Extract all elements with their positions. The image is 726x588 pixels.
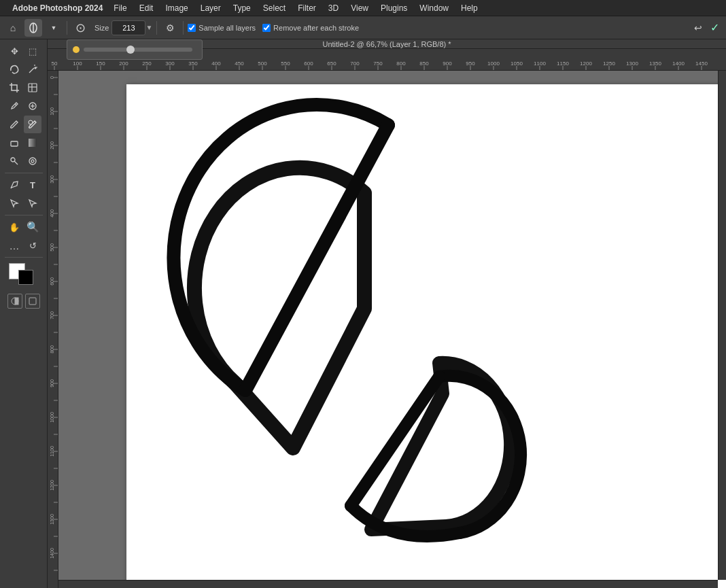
- brush-size-popup: [67, 39, 203, 60]
- menu-image[interactable]: Image: [160, 2, 193, 14]
- dodge-tool-button[interactable]: [5, 152, 23, 170]
- svg-line-9: [15, 104, 16, 105]
- undo-button[interactable]: ↩: [691, 21, 705, 35]
- toolbox: ✥ ⬚: [0, 39, 48, 588]
- rotate-canvas-button[interactable]: ↺: [24, 237, 41, 254]
- history-brush-tool-button[interactable]: [24, 116, 41, 133]
- svg-text:1300: 1300: [626, 60, 638, 67]
- blur-tool-button[interactable]: [24, 152, 41, 170]
- brush-tool-button[interactable]: [5, 116, 23, 133]
- svg-text:600: 600: [50, 277, 54, 286]
- heal-tool-button[interactable]: [24, 97, 41, 115]
- remove-after-stroke-checkbox[interactable]: [262, 24, 271, 32]
- canvas[interactable]: [126, 84, 726, 588]
- slice-tool-button[interactable]: [24, 79, 41, 97]
- svg-text:800: 800: [50, 345, 54, 353]
- svg-text:850: 850: [419, 60, 429, 67]
- remove-after-stroke-label[interactable]: Remove after each stroke: [262, 24, 359, 32]
- svg-text:600: 600: [304, 60, 313, 67]
- move-tool-button[interactable]: ✥: [5, 42, 23, 60]
- svg-text:650: 650: [327, 60, 336, 67]
- magic-wand-tool-button[interactable]: [24, 60, 41, 78]
- menu-select[interactable]: Select: [258, 2, 291, 14]
- eyedropper-tool-button[interactable]: [5, 97, 23, 115]
- path-select-tool-button[interactable]: [5, 194, 23, 212]
- svg-text:1200: 1200: [50, 480, 54, 491]
- menu-file[interactable]: File: [108, 2, 132, 14]
- gradient-tool-button[interactable]: [24, 134, 41, 152]
- svg-text:150: 150: [96, 60, 105, 67]
- svg-rect-15: [29, 139, 37, 147]
- svg-text:400: 400: [50, 209, 54, 218]
- pen-tool-button[interactable]: [5, 176, 23, 194]
- menu-help[interactable]: Help: [455, 2, 483, 14]
- svg-text:1100: 1100: [50, 446, 54, 457]
- toolbar-separator-1: [67, 21, 67, 35]
- hand-tool-button[interactable]: ✋: [5, 218, 23, 236]
- menu-filter[interactable]: Filter: [292, 2, 322, 14]
- app-name: Adobe Photoshop 2024: [12, 3, 103, 13]
- screen-mode-button[interactable]: [25, 294, 40, 309]
- sample-all-layers-label[interactable]: Sample all layers: [188, 24, 256, 32]
- tool-row-9: [5, 194, 41, 212]
- menu-edit[interactable]: Edit: [134, 2, 159, 14]
- toolbox-divider-3: [5, 257, 43, 258]
- size-label: Size: [94, 24, 109, 32]
- svg-text:400: 400: [211, 60, 221, 67]
- eraser-tool-button[interactable]: [5, 134, 23, 152]
- size-input[interactable]: [111, 20, 145, 35]
- vertical-scrollbar[interactable]: [718, 71, 726, 580]
- menu-type[interactable]: Type: [228, 2, 256, 14]
- svg-text:750: 750: [373, 60, 383, 67]
- menubar: Adobe Photoshop 2024 File Edit Image Lay…: [0, 0, 726, 16]
- svg-text:500: 500: [258, 60, 267, 67]
- ruler-vertical: 0100200300400500600700800900100011001200…: [48, 71, 58, 588]
- svg-text:50: 50: [52, 60, 58, 67]
- tool-dropdown-arrow[interactable]: ▼: [45, 19, 63, 37]
- menu-plugins[interactable]: Plugins: [375, 2, 413, 14]
- svg-text:950: 950: [466, 60, 475, 67]
- horizontal-scrollbar[interactable]: [58, 580, 718, 588]
- svg-text:100: 100: [73, 60, 82, 67]
- confirm-button[interactable]: ✓: [708, 20, 722, 35]
- svg-text:500: 500: [50, 243, 54, 252]
- svg-point-13: [29, 120, 33, 124]
- svg-text:200: 200: [119, 60, 128, 67]
- svg-text:350: 350: [188, 60, 198, 67]
- direct-select-tool-button[interactable]: [24, 194, 41, 212]
- menu-window[interactable]: Window: [414, 2, 454, 14]
- artwork-overlay: [126, 84, 726, 588]
- svg-text:1200: 1200: [580, 60, 592, 67]
- background-color-swatch[interactable]: [18, 270, 33, 285]
- svg-text:800: 800: [396, 60, 406, 67]
- svg-line-129: [351, 377, 439, 506]
- brush-size-slider[interactable]: [84, 48, 192, 52]
- tool-row-10: ✋ 🔍: [5, 218, 41, 236]
- more-tools-button[interactable]: …: [5, 237, 23, 254]
- menu-view[interactable]: View: [345, 2, 374, 14]
- tool-row-2: [5, 60, 41, 78]
- tool-row-3: [5, 79, 41, 97]
- color-swatches: [9, 263, 39, 288]
- smudge-tool-button[interactable]: [24, 19, 42, 37]
- tool-row-5: [5, 116, 41, 133]
- menu-3d[interactable]: 3D: [323, 2, 344, 14]
- size-dropdown-arrow[interactable]: ▼: [145, 24, 152, 31]
- svg-rect-6: [29, 84, 37, 92]
- menu-layer[interactable]: Layer: [195, 2, 226, 14]
- select-rect-tool-button[interactable]: ⬚: [24, 42, 41, 60]
- quick-mask-mode-button[interactable]: [7, 294, 22, 309]
- svg-rect-22: [29, 298, 36, 305]
- brush-settings-button[interactable]: ⚙: [161, 19, 179, 37]
- type-tool-button[interactable]: T: [24, 176, 41, 194]
- svg-point-18: [29, 158, 36, 165]
- svg-text:300: 300: [50, 175, 54, 184]
- canvas-area[interactable]: [58, 71, 726, 588]
- brush-preset-button[interactable]: ⊙: [71, 19, 89, 37]
- lasso-tool-button[interactable]: [5, 60, 23, 78]
- crop-tool-button[interactable]: [5, 79, 23, 97]
- zoom-tool-button[interactable]: 🔍: [24, 218, 41, 236]
- home-button[interactable]: ⌂: [4, 19, 22, 37]
- svg-text:450: 450: [235, 60, 244, 67]
- sample-all-layers-checkbox[interactable]: [188, 24, 196, 32]
